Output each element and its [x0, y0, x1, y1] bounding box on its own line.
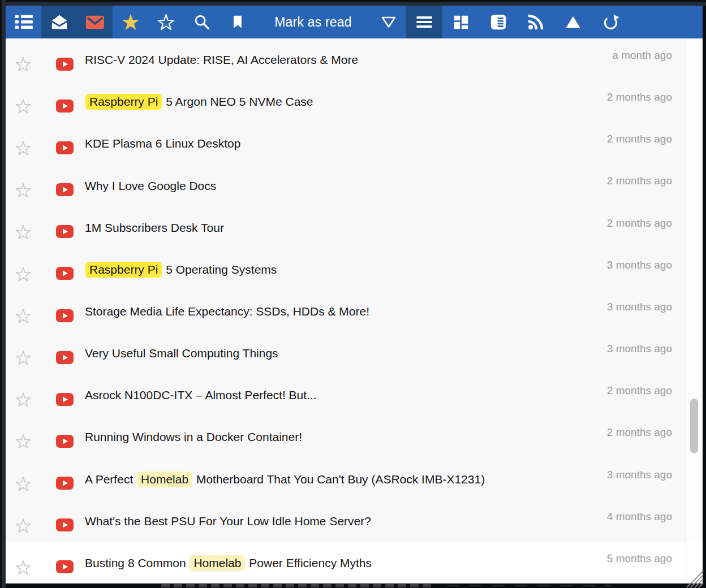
search-button[interactable] — [184, 6, 219, 38]
window-frame-left — [0, 0, 6, 588]
list-view-button[interactable] — [6, 6, 41, 38]
youtube-feed-icon — [56, 393, 74, 406]
youtube-feed-icon — [56, 309, 74, 322]
article-row[interactable]: A Perfect Homelab Motherboard That You C… — [6, 458, 703, 500]
article-row[interactable]: Raspberry Pi 5 Argon NEO 5 NVMe Case 2 m… — [6, 80, 703, 122]
window-frame-top — [0, 0, 706, 6]
star-unstarred-icon[interactable] — [15, 518, 31, 534]
item-title: Raspberry Pi 5 Operating Systems — [85, 263, 277, 276]
star-unstarred-icon[interactable] — [15, 350, 31, 366]
grid-layout-button[interactable] — [442, 6, 480, 38]
star-unstarred-icon[interactable] — [15, 392, 31, 408]
search-icon — [193, 14, 210, 31]
star-unstarred-icon[interactable] — [15, 476, 31, 492]
item-title-text: KDE Plasma 6 Linux Desktop — [85, 137, 240, 150]
item-title-text: Asrock N100DC-ITX – Almost Perfect! But.… — [85, 388, 317, 401]
item-title-text: Power Efficiency Myths — [246, 556, 372, 569]
item-title: 1M Subscribers Desk Tour — [85, 221, 224, 235]
star-unstarred-icon[interactable] — [15, 140, 31, 156]
mark-as-read-label: Mark as read — [255, 6, 371, 38]
item-title: Busting 8 Common Homelab Power Efficienc… — [85, 556, 372, 570]
item-title: Asrock N100DC-ITX – Almost Perfect! But.… — [85, 388, 317, 402]
rss-reader-window: Mark as read — [6, 6, 703, 583]
star-unstarred-icon[interactable] — [15, 266, 31, 282]
menu-button[interactable] — [406, 6, 442, 38]
item-title-text: 5 Argon NEO 5 NVMe Case — [162, 95, 313, 108]
scrollbar-thumb[interactable] — [690, 399, 698, 453]
youtube-feed-icon — [56, 100, 74, 113]
article-row[interactable]: Raspberry Pi 5 Operating Systems 3 month… — [6, 248, 703, 290]
item-timestamp: 5 months ago — [607, 552, 672, 565]
item-title-text: Very Useful Small Computing Things — [85, 347, 278, 360]
article-row[interactable]: Storage Media Life Expectancy: SSDs, HDD… — [6, 290, 703, 332]
item-title: KDE Plasma 6 Linux Desktop — [85, 137, 240, 150]
item-title-text: Storage Media Life Expectancy: SSDs, HDD… — [85, 305, 369, 318]
youtube-feed-icon — [56, 351, 74, 364]
article-view-icon — [490, 14, 507, 31]
item-timestamp: 2 months ago — [607, 91, 672, 103]
star-unstarred-icon[interactable] — [15, 434, 31, 449]
item-title-text: What's the Best PSU For Your Low Idle Ho… — [85, 514, 371, 528]
item-title: RISC-V 2024 Update: RISE, AI Accelerator… — [85, 53, 358, 67]
star-unstarred-icon[interactable] — [15, 183, 31, 198]
article-list: RISC-V 2024 Update: RISE, AI Accelerator… — [6, 38, 703, 583]
mark-as-read-dropdown-button[interactable] — [371, 6, 406, 38]
background-cutoff-content — [161, 584, 433, 587]
youtube-feed-icon — [56, 518, 74, 531]
open-envelope-icon — [50, 14, 68, 31]
article-view-button[interactable] — [480, 6, 517, 38]
star-unstarred-icon[interactable] — [15, 57, 31, 72]
youtube-feed-icon — [56, 58, 74, 71]
youtube-feed-icon — [56, 560, 74, 573]
item-timestamp: 3 months ago — [607, 469, 672, 481]
article-row[interactable]: What's the Best PSU For Your Low Idle Ho… — [6, 500, 703, 542]
item-title-text: A Perfect — [85, 473, 136, 486]
item-title: Very Useful Small Computing Things — [85, 347, 278, 360]
star-outline-icon — [157, 14, 175, 31]
youtube-feed-icon — [56, 141, 74, 154]
item-title-highlight: Homelab — [190, 555, 245, 571]
item-title-text: RISC-V 2024 Update: RISE, AI Accelerator… — [85, 53, 358, 66]
article-row[interactable]: Asrock N100DC-ITX – Almost Perfect! But.… — [6, 374, 703, 416]
item-timestamp: 2 months ago — [607, 384, 672, 397]
mark-read-envelope-button[interactable] — [41, 6, 77, 38]
star-unstarred-icon[interactable] — [15, 98, 31, 114]
star-unstarred-icon[interactable] — [15, 224, 31, 240]
unread-envelope-icon — [85, 15, 105, 30]
article-row[interactable]: 1M Subscribers Desk Tour 2 months ago — [6, 206, 703, 248]
item-title-highlight: Raspberry Pi — [85, 262, 162, 278]
dropdown-triangle-icon — [380, 15, 397, 29]
scrollbar-track[interactable] — [686, 38, 703, 583]
article-row[interactable]: RISC-V 2024 Update: RISE, AI Accelerator… — [6, 38, 703, 80]
star-unstarred-icon[interactable] — [15, 308, 31, 324]
envelope-button-group — [41, 6, 113, 38]
item-title: Why I Love Google Docs — [85, 179, 216, 193]
article-row[interactable]: KDE Plasma 6 Linux Desktop 2 months ago — [6, 122, 703, 164]
rss-feed-icon — [527, 14, 544, 31]
item-timestamp: 2 months ago — [607, 426, 672, 439]
item-timestamp: a month ago — [612, 49, 672, 62]
background-cutoff-content — [447, 585, 611, 586]
item-title-text: Motherboard That You Can't Buy (ASRock I… — [193, 473, 485, 486]
item-title-highlight: Raspberry Pi — [85, 94, 162, 110]
scroll-to-top-button[interactable] — [554, 6, 592, 38]
article-row[interactable]: Why I Love Google Docs 2 months ago — [6, 164, 703, 206]
item-title: Running Windows in a Docker Container! — [85, 430, 302, 444]
item-title: Storage Media Life Expectancy: SSDs, HDD… — [85, 305, 369, 318]
article-row[interactable]: Busting 8 Common Homelab Power Efficienc… — [6, 542, 703, 583]
unflag-starred-button[interactable] — [148, 6, 184, 38]
window-resize-grip[interactable] — [681, 565, 704, 588]
bookmark-button[interactable] — [219, 6, 255, 38]
toolbar: Mark as read — [6, 6, 703, 38]
rss-subscribe-button[interactable] — [517, 6, 554, 38]
item-title: What's the Best PSU For Your Low Idle Ho… — [85, 514, 371, 528]
refresh-button[interactable] — [592, 6, 629, 38]
article-row[interactable]: Very Useful Small Computing Things 3 mon… — [6, 332, 703, 374]
item-timestamp: 2 months ago — [607, 175, 672, 187]
article-row[interactable]: Running Windows in a Docker Container! 2… — [6, 416, 703, 457]
mark-unread-envelope-button[interactable] — [77, 6, 113, 38]
item-timestamp: 4 months ago — [607, 511, 672, 523]
star-unstarred-icon[interactable] — [15, 560, 31, 576]
triangle-up-icon — [565, 15, 582, 29]
flag-starred-button[interactable] — [113, 6, 148, 38]
